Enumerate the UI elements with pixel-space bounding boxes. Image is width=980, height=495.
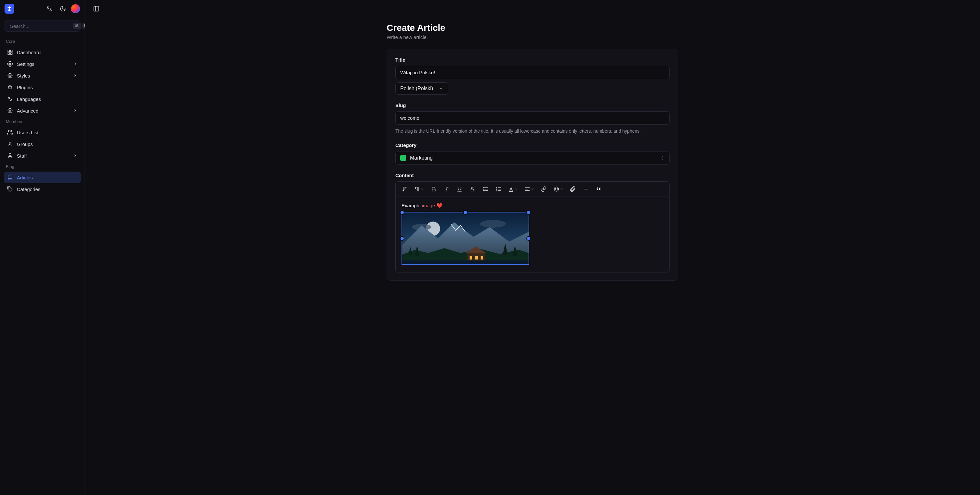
svg-point-7: [9, 75, 10, 75]
slug-help: The slug is the URL-friendly version of …: [395, 128, 670, 135]
tags-icon: [7, 186, 13, 192]
svg-rect-3: [8, 53, 10, 54]
language-switcher-icon[interactable]: [44, 3, 55, 14]
main-area: Create Article Write a new article. Titl…: [85, 0, 980, 495]
italic-icon: [444, 186, 450, 192]
languages-icon: [7, 96, 13, 102]
paragraph-button[interactable]: [411, 184, 427, 195]
field-slug: Slug The slug is the URL-friendly versio…: [395, 102, 670, 135]
section-core-label: Core: [4, 36, 81, 46]
sidebar-item-groups[interactable]: Groups: [4, 138, 81, 150]
sidebar-item-advanced[interactable]: Advanced: [4, 105, 81, 117]
slug-input[interactable]: [395, 111, 670, 125]
editor-body[interactable]: Example image ❤️: [396, 197, 669, 272]
editor-word-3: ❤️: [436, 203, 443, 208]
text-color-icon: [508, 186, 514, 192]
app-logo[interactable]: [5, 4, 14, 14]
sidebar-item-label: Plugins: [17, 85, 33, 90]
strike-button[interactable]: [466, 184, 479, 195]
svg-point-21: [555, 188, 556, 189]
svg-point-26: [480, 220, 506, 228]
attachment-button[interactable]: [567, 184, 579, 195]
field-category: Category Marketing: [395, 142, 670, 165]
title-input[interactable]: [395, 66, 670, 79]
quote-button[interactable]: [593, 184, 605, 195]
svg-point-5: [10, 63, 11, 65]
chevron-right-icon: [73, 73, 78, 78]
align-icon: [524, 186, 530, 192]
resize-handle[interactable]: [463, 210, 468, 215]
svg-rect-30: [480, 256, 483, 260]
paperclip-icon: [570, 186, 576, 192]
sidebar-item-staff[interactable]: Staff: [4, 150, 81, 161]
page-subtitle: Write a new article.: [387, 34, 678, 40]
bullet-list-button[interactable]: [479, 184, 492, 195]
avatar[interactable]: [71, 4, 80, 13]
resize-handle[interactable]: [526, 210, 531, 215]
svg-point-12: [8, 130, 10, 132]
svg-point-10: [10, 110, 11, 112]
language-select[interactable]: Polish (Polski): [395, 82, 448, 95]
search-input[interactable]: [10, 23, 72, 29]
category-select[interactable]: Marketing: [395, 151, 670, 165]
sidebar-item-label: Advanced: [17, 108, 38, 113]
sidebar-item-users[interactable]: Users List: [4, 126, 81, 138]
chevron-down-icon: [439, 86, 443, 91]
align-button[interactable]: [522, 184, 537, 195]
sidebar-item-languages[interactable]: Languages: [4, 93, 81, 105]
editor-word-1: Example: [401, 203, 420, 208]
group-icon: [7, 141, 13, 147]
sidebar-item-label: Groups: [17, 141, 33, 147]
chevron-down-icon: [421, 187, 424, 191]
svg-rect-29: [475, 256, 478, 260]
clear-format-button[interactable]: [398, 184, 410, 195]
sidebar-item-label: Categories: [17, 187, 40, 192]
search-container[interactable]: ⌘ K: [4, 20, 81, 32]
slug-label: Slug: [395, 102, 670, 108]
theme-toggle-icon[interactable]: [57, 3, 68, 14]
sidebar-item-dashboard[interactable]: Dashboard: [4, 46, 81, 58]
underline-icon: [457, 186, 463, 192]
sidebar-item-plugins[interactable]: Plugins: [4, 81, 81, 93]
pilcrow-icon: [414, 186, 420, 192]
italic-button[interactable]: [441, 184, 453, 195]
chevron-right-icon: [73, 109, 78, 113]
sidebar-item-label: Styles: [17, 73, 30, 78]
emoji-button[interactable]: [550, 184, 566, 195]
ordered-list-button[interactable]: [492, 184, 504, 195]
resize-handle[interactable]: [400, 210, 404, 215]
sidebar-item-label: Settings: [17, 61, 34, 67]
svg-rect-16: [94, 6, 99, 11]
resize-handle[interactable]: [526, 236, 531, 241]
content-label: Content: [395, 172, 670, 178]
sidebar-item-label: Articles: [17, 175, 33, 180]
category-label: Category: [395, 142, 670, 148]
users-icon: [7, 129, 13, 135]
resize-handle[interactable]: [400, 236, 404, 241]
sidebar-header: [0, 0, 84, 18]
underline-button[interactable]: [453, 184, 466, 195]
book-icon: [7, 174, 13, 180]
sidebar-item-styles[interactable]: Styles: [4, 70, 81, 81]
chevron-down-icon: [531, 187, 534, 191]
sidebar-toggle-button[interactable]: [91, 3, 102, 14]
text-color-button[interactable]: [505, 184, 521, 195]
sidebar-item-categories[interactable]: Categories: [4, 183, 81, 195]
svg-point-18: [483, 189, 484, 190]
section-members-label: Members: [4, 117, 81, 126]
minus-icon: [583, 186, 589, 192]
svg-point-14: [9, 153, 11, 155]
divider-button[interactable]: [580, 184, 592, 195]
svg-point-13: [9, 142, 11, 144]
field-content: Content: [395, 172, 670, 273]
staff-icon: [7, 153, 13, 159]
sidebar-item-articles[interactable]: Articles: [4, 172, 81, 183]
bold-button[interactable]: [428, 184, 440, 195]
sidebar-item-label: Dashboard: [17, 50, 40, 55]
editor-image-selected[interactable]: [401, 212, 529, 265]
sidebar-item-settings[interactable]: Settings: [4, 58, 81, 70]
svg-rect-2: [11, 50, 12, 51]
main-content: Create Article Write a new article. Titl…: [85, 18, 980, 495]
emoji-icon: [554, 186, 559, 192]
link-button[interactable]: [538, 184, 550, 195]
